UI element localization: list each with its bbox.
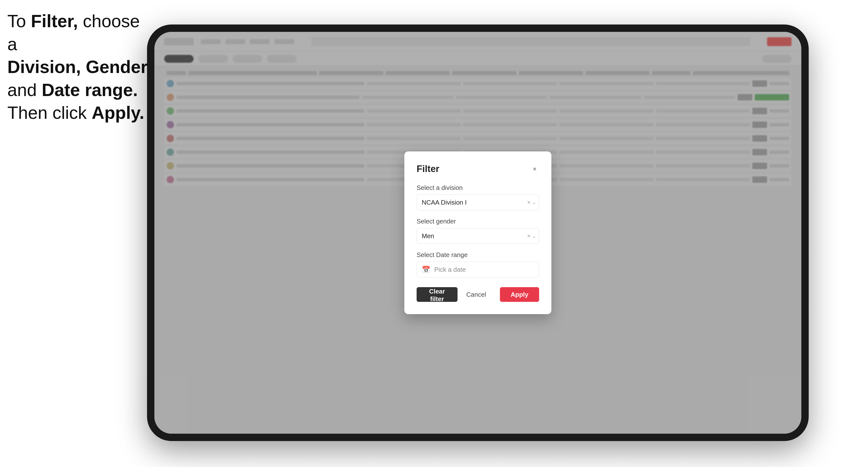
modal-header: Filter × <box>416 164 539 174</box>
instruction-text: To Filter, choose a Division, Gender and… <box>7 10 150 124</box>
instruction-line1: To Filter, choose a <box>7 11 140 54</box>
clear-filter-button[interactable]: Clear filter <box>416 287 458 302</box>
gender-label: Select gender <box>416 218 539 225</box>
filter-modal: Filter × Select a division NCAA Division… <box>404 151 551 314</box>
modal-footer: Clear filter Cancel Apply <box>416 287 539 302</box>
modal-overlay: Filter × Select a division NCAA Division… <box>154 32 801 434</box>
division-form-group: Select a division NCAA Division I NCAA D… <box>416 184 539 210</box>
date-placeholder: Pick a date <box>434 266 466 274</box>
tablet-screen: Filter × Select a division NCAA Division… <box>154 32 801 434</box>
apply-button[interactable]: Apply <box>500 287 539 302</box>
modal-title: Filter <box>416 164 439 174</box>
gender-form-group: Select gender Men Women Mixed × ⌄ <box>416 218 539 244</box>
date-form-group: Select Date range 📅 Pick a date <box>416 251 539 277</box>
close-icon: × <box>533 165 537 173</box>
division-label: Select a division <box>416 184 539 192</box>
tablet-frame: Filter × Select a division NCAA Division… <box>147 25 809 441</box>
division-select[interactable]: NCAA Division I NCAA Division II NCAA Di… <box>416 194 539 210</box>
division-select-wrapper[interactable]: NCAA Division I NCAA Division II NCAA Di… <box>416 194 539 210</box>
date-label: Select Date range <box>416 251 539 259</box>
instruction-line4: Then click Apply. <box>7 103 144 123</box>
cancel-button[interactable]: Cancel <box>458 287 495 302</box>
modal-footer-right: Cancel Apply <box>458 287 539 302</box>
gender-select-wrapper[interactable]: Men Women Mixed × ⌄ <box>416 228 539 244</box>
date-input[interactable]: 📅 Pick a date <box>416 262 539 277</box>
instruction-line3: and Date range. <box>7 80 138 100</box>
gender-select[interactable]: Men Women Mixed <box>416 228 539 244</box>
instruction-line2: Division, Gender <box>7 57 148 77</box>
modal-close-button[interactable]: × <box>530 165 539 174</box>
calendar-icon: 📅 <box>422 266 430 274</box>
